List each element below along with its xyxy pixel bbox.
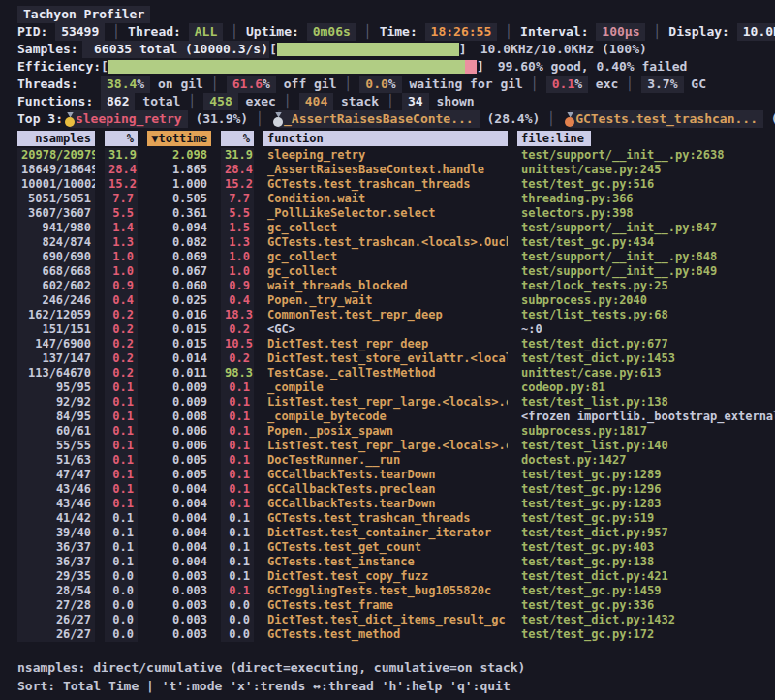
tottime-cell: 0.008 <box>147 410 211 424</box>
file-line-cell: test/test_gc.py:336 <box>517 598 775 613</box>
file-line-cell: test/test_gc.py:1459 <box>517 584 775 598</box>
table-row: 41/42 0.1 0.004 0.1 GCTests.test_trashca… <box>17 511 775 526</box>
nsamples-cell: 84/95 <box>17 410 95 424</box>
nsamples-cell: 246/246 <box>17 293 95 308</box>
nsamples-cell: 43/46 <box>17 482 95 497</box>
table-row: 47/47 0.1 0.005 0.1 GCCallbackTests.tear… <box>17 468 775 482</box>
tottime-cell: 0.006 <box>147 439 211 453</box>
tottime-cell: 0.004 <box>147 526 211 540</box>
direct-percent-cell: 0.9 <box>105 279 138 293</box>
table-header: nsamples % ▼tottime % function file:line <box>17 130 775 147</box>
table-row: 84/95 0.1 0.008 0.1 _compile_bytecode <f… <box>17 410 775 424</box>
nsamples-cell: 47/47 <box>17 468 95 482</box>
table-row: 151/151 0.2 0.015 0.2 <GC> ~:0 <box>17 322 775 337</box>
uptime-value: 0m06s <box>307 23 356 41</box>
cumulative-percent-cell: 18.3 <box>221 308 254 322</box>
efficiency-bar-open-bracket: [ <box>101 58 108 76</box>
table-row: 43/46 0.1 0.004 0.1 GCCallbackTests.prec… <box>17 482 775 497</box>
tottime-cell: 0.009 <box>147 380 211 395</box>
time-value: 18:26:55 <box>425 23 498 41</box>
table-row: 824/874 1.3 0.082 1.3 GCTests.test_trash… <box>17 235 775 250</box>
tottime-cell: 0.004 <box>147 555 211 569</box>
cumulative-percent-cell: 28.4 <box>221 163 254 177</box>
file-line-cell: test/test_dict.py:957 <box>517 526 775 540</box>
direct-percent-cell: 0.2 <box>105 351 138 366</box>
nsamples-cell: 36/37 <box>17 555 95 569</box>
nsamples-cell: 26/27 <box>17 613 95 627</box>
function-cell: _compile <box>264 380 508 395</box>
divider: │ <box>112 23 120 41</box>
tottime-cell: 0.003 <box>147 627 211 642</box>
nsamples-cell: 27/28 <box>17 598 95 613</box>
functions-line: Functions: 862 total │ 458 exec │ 404 st… <box>17 93 775 110</box>
table-row: 26/27 0.0 0.003 0.0 GCTests.test_method … <box>17 627 775 642</box>
samples-bar-close-bracket: ] <box>459 41 467 58</box>
direct-percent-cell: 0.1 <box>105 497 138 511</box>
uptime-label: Uptime: <box>246 23 299 41</box>
table-row: 147/6900 0.2 0.015 10.5 DictTest.test_re… <box>17 337 775 351</box>
tottime-cell: 0.004 <box>147 497 211 511</box>
nsamples-cell: 137/147 <box>17 351 95 366</box>
direct-percent-cell: 0.0 <box>105 598 138 613</box>
cumulative-percent-cell: 0.1 <box>221 540 254 555</box>
column-header-direct-percent: % <box>105 131 138 146</box>
file-line-cell: test/test_dict.py:677 <box>517 337 775 351</box>
top3-label: Top 3: <box>17 110 63 128</box>
direct-percent-cell: 0.1 <box>105 555 138 569</box>
function-cell: Condition.wait <box>264 192 508 206</box>
cumulative-percent-cell: 98.3 <box>221 366 254 380</box>
tachyon-profiler-terminal[interactable]: Tachyon Profiler PID: 53499 │ Thread: AL… <box>0 0 775 700</box>
table-row: 246/246 0.4 0.025 0.4 Popen._try_wait su… <box>17 293 775 308</box>
nsamples-cell: 162/12059 <box>17 308 95 322</box>
column-header-file-line: file:line <box>517 131 591 146</box>
table-row: 668/668 1.0 0.067 1.0 gc_collect test/su… <box>17 264 775 279</box>
divider: │ <box>531 76 539 93</box>
pid-value: 53499 <box>55 23 105 41</box>
table-row: 941/980 1.4 0.094 1.5 gc_collect test/su… <box>17 221 775 235</box>
cumulative-percent-cell: 0.4 <box>221 293 254 308</box>
on-gil-stat: 38.4% <box>101 76 150 93</box>
tottime-cell: 0.004 <box>147 540 211 555</box>
cumulative-percent-cell: 0.1 <box>221 453 254 468</box>
function-cell: GCCallbackTests.tearDown <box>264 468 508 482</box>
off-gil-text: off gil <box>276 76 337 93</box>
top2-function: _AssertRaisesBaseConte... <box>278 110 480 128</box>
table-row: 92/92 0.1 0.009 0.1 ListTest.test_repr_l… <box>17 395 775 410</box>
tottime-cell: 1.000 <box>147 177 211 192</box>
samples-value: 66035 total (10000.3/s) <box>82 41 269 58</box>
samples-line: Samples: 66035 total (10000.3/s) [] 10.0… <box>17 41 775 58</box>
cumulative-percent-cell: 0.1 <box>221 410 254 424</box>
footer: nsamples: direct/cumulative (direct=exec… <box>17 658 775 695</box>
divider: │ <box>364 23 372 41</box>
function-cell: _compile_bytecode <box>264 410 508 424</box>
cumulative-percent-cell: 10.5 <box>221 337 254 351</box>
tottime-cell: 0.003 <box>147 598 211 613</box>
cumulative-percent-cell: 31.9 <box>221 148 254 163</box>
nsamples-cell: 941/980 <box>17 221 95 235</box>
table-row: 690/690 1.0 0.069 1.0 gc_collect test/su… <box>17 250 775 264</box>
top1-percent: (31.9%) <box>195 110 248 128</box>
cumulative-percent-cell: 0.1 <box>221 468 254 482</box>
tottime-cell: 0.069 <box>147 250 211 264</box>
file-line-cell: test/test_gc.py:1289 <box>517 468 775 482</box>
cumulative-percent-cell: 1.0 <box>221 264 254 279</box>
file-line-cell: doctest.py:1427 <box>517 453 775 468</box>
file-line-cell: selectors.py:398 <box>517 206 775 221</box>
table-row: 43/46 0.1 0.004 0.1 GCCallbackTests.tear… <box>17 497 775 511</box>
direct-percent-cell: 31.9 <box>105 148 138 163</box>
file-line-cell: test/list_tests.py:68 <box>517 308 775 322</box>
efficiency-summary: 99.60% good, 0.40% failed <box>498 58 688 76</box>
function-cell: GCCallbackTests.tearDown <box>264 497 508 511</box>
column-header-tottime-sorted: ▼tottime <box>147 131 211 146</box>
function-cell: ListTest.test_repr_large.<locals>.check <box>264 439 508 453</box>
divider: │ <box>547 110 555 128</box>
nsamples-cell: 10001/10002 <box>17 177 95 192</box>
samples-bar-open-bracket: [ <box>269 41 277 58</box>
nsamples-cell: 151/151 <box>17 322 95 337</box>
direct-percent-cell: 0.2 <box>105 337 138 351</box>
tottime-cell: 0.003 <box>147 584 211 598</box>
file-line-cell: test/support/__init__.py:849 <box>517 264 775 279</box>
nsamples-cell: 39/40 <box>17 526 95 540</box>
table-row: 26/27 0.0 0.003 0.0 DictTest.test_dict_i… <box>17 613 775 627</box>
nsamples-cell: 20978/20979 <box>17 148 95 163</box>
